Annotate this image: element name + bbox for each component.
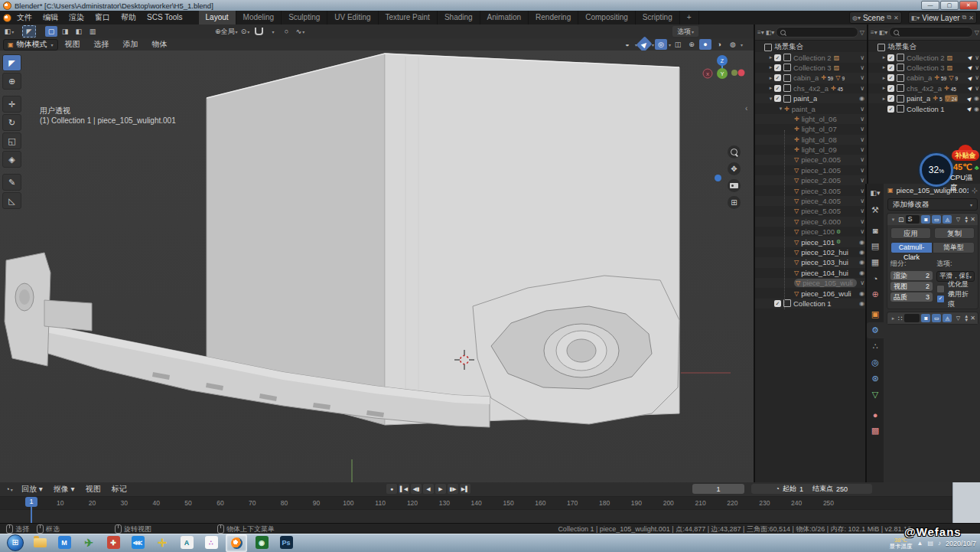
transform-tool[interactable]: ◈	[2, 151, 21, 168]
simple-button[interactable]: 简单型	[933, 242, 975, 253]
explorer[interactable]	[30, 534, 50, 550]
camera-view-button[interactable]	[728, 179, 741, 192]
expand-icon[interactable]: ▸	[881, 75, 887, 81]
outliner-row[interactable]: ▽piece_3.005∨	[755, 185, 867, 195]
particles-tab[interactable]: ∴	[867, 338, 884, 354]
constraints-tab[interactable]: ⊛	[867, 371, 884, 387]
visibility-eye-icon[interactable]: ◉	[857, 259, 864, 266]
navigation-gizmo[interactable]: Z X Y	[701, 54, 745, 84]
viewport-toggle[interactable]: ▭	[932, 314, 941, 322]
unlink-scene-icon[interactable]: ✕	[894, 15, 899, 21]
playhead-line[interactable]	[31, 507, 32, 523]
checkbox[interactable]: ✓	[774, 54, 781, 61]
expand-icon[interactable]: ▸	[881, 64, 887, 70]
outliner-row[interactable]: ✛light_ol_09∨	[755, 145, 867, 155]
editor-type-icon[interactable]: ≡▾	[757, 29, 764, 36]
show-object-types[interactable]: ◒	[621, 39, 633, 50]
outliner-row[interactable]: ✛light_ol_07∨	[755, 124, 867, 134]
cage-toggle[interactable]: ▽	[953, 314, 962, 322]
checkbox[interactable]: ✓	[887, 95, 894, 102]
delete-modifier-icon[interactable]: ✕	[970, 315, 975, 322]
timeline-menu-item[interactable]: 视图	[80, 484, 106, 495]
maxthon[interactable]: M	[54, 534, 74, 550]
editmode-toggle[interactable]: ◬	[943, 314, 952, 322]
gpu-temp-widget[interactable]: 38℃ 显卡温度	[889, 537, 912, 550]
outliner-row[interactable]: 场景集合	[755, 42, 867, 52]
hidden-chevron-icon[interactable]: ∨	[858, 116, 864, 122]
outliner-row[interactable]: ▽piece_5.005∨	[755, 206, 867, 216]
select-mode-intersect[interactable]: ▥	[86, 26, 99, 37]
cursor-tool[interactable]: ⊕	[2, 73, 21, 90]
autodesk[interactable]: A	[177, 534, 197, 550]
blender-menu-icon[interactable]	[3, 14, 11, 22]
expand-icon[interactable]: ▾	[777, 106, 784, 112]
outliner-row[interactable]: ▽piece_0.005∨	[755, 155, 867, 165]
3d-viewport[interactable]: 用户透视 (1) Collection 1 | piece_105_wuligh…	[0, 51, 754, 482]
object-data-tab[interactable]: ▽	[867, 387, 884, 403]
outliner-row[interactable]: ▸✓Collection 3▨▶∨	[868, 63, 980, 73]
prev-keyframe-button[interactable]: ◀▮	[411, 484, 422, 494]
speaker-icon[interactable]: ♪	[938, 540, 941, 547]
timeline-menu-item[interactable]: 标记	[106, 484, 132, 495]
modifier-header[interactable]: ▸ ∷ ◙ ▭ ◬ ▽ ▲▼ ✕	[887, 312, 978, 324]
workspace-tab-+[interactable]: +	[680, 11, 699, 24]
outliner-row[interactable]: ▽piece_2.005∨	[755, 175, 867, 185]
hidden-chevron-icon[interactable]: ∨	[858, 136, 864, 143]
render-toggle[interactable]: ◙	[921, 314, 930, 322]
editor-type-button[interactable]: ◧▾	[3, 26, 15, 37]
outliner-row[interactable]: ✛light_ol_06∨	[755, 114, 867, 124]
menu-item[interactable]: 帮助	[116, 11, 142, 24]
timeline-ruler[interactable]: 1020304050607080901001101201301401501601…	[0, 497, 980, 510]
expand-icon[interactable]: ▸	[767, 75, 774, 81]
record-button[interactable]: ●	[386, 484, 397, 494]
toggle-xray[interactable]: ◫	[672, 39, 684, 50]
play-reverse-button[interactable]: ◀	[423, 484, 434, 494]
workspace-tab-modeling[interactable]: Modeling	[236, 11, 282, 24]
viewport-menu-item[interactable]: 添加	[116, 39, 145, 50]
hidden-chevron-icon[interactable]: ∨	[858, 207, 864, 214]
ruler-app[interactable]: ✛	[152, 534, 172, 550]
outliner-row[interactable]: ▽piece_101⚙◉	[755, 237, 867, 247]
outliner-row[interactable]: ▸✓chs_4x2_a✛45∨	[755, 83, 867, 93]
hidden-chevron-icon[interactable]: ∨	[858, 167, 864, 174]
active-tool-icon[interactable]: ◤	[22, 25, 36, 38]
visibility-eye-icon[interactable]: ◉	[857, 300, 864, 307]
hidden-chevron-icon[interactable]: ∨	[858, 218, 864, 225]
menu-item[interactable]: 编辑	[37, 11, 63, 24]
red-app[interactable]: ✚	[103, 534, 123, 550]
xunlei[interactable]: ⋘	[128, 534, 148, 550]
editor-type-button[interactable]: ◔▾	[3, 484, 15, 495]
outliner-row[interactable]: ▽piece_106_wuli◉	[755, 288, 867, 298]
gizmo-minus-z-dot[interactable]	[715, 175, 721, 181]
checkbox[interactable]: ✓	[887, 106, 894, 113]
checkbox[interactable]: ✓	[887, 74, 894, 81]
proportional-falloff-dropdown[interactable]: ∿▾	[295, 26, 307, 37]
select-mode-subtract[interactable]: ◧	[73, 26, 85, 37]
jump-to-end-button[interactable]: ▶▌	[460, 484, 470, 494]
modifier-渲染-field[interactable]: 渲染2	[890, 271, 933, 280]
checkbox[interactable]: ✓	[774, 95, 781, 102]
modifier-视图-field[interactable]: 视图2	[890, 282, 933, 291]
outliner-row[interactable]: ▸✓cabin_a✛59▽9▶∨	[868, 73, 980, 83]
options-dropdown[interactable]: 选项▾	[672, 26, 698, 37]
hidden-chevron-icon[interactable]: ∨	[858, 64, 864, 71]
outliner-row[interactable]: ▽piece_102_hui◉	[755, 247, 867, 257]
workspace-tab-sculpting[interactable]: Sculpting	[282, 11, 327, 24]
modifier-name-field[interactable]: S	[906, 215, 920, 224]
select-box-tool[interactable]: ◤	[2, 54, 21, 71]
outliner-row[interactable]: ▽piece_4.005∨	[755, 196, 867, 206]
measure-tool[interactable]: ◺	[2, 192, 21, 209]
outliner-row[interactable]: ▽piece_100⚙∨	[755, 227, 867, 237]
output-tab[interactable]: ▤	[867, 238, 884, 254]
snap-toggle[interactable]	[253, 26, 265, 37]
gizmo-axis-dot[interactable]	[731, 70, 737, 76]
hidden-chevron-icon[interactable]: ∨	[858, 126, 864, 132]
filter-icon[interactable]: ▽	[975, 29, 979, 36]
outliner-row[interactable]: ▽piece_105_wuli∨	[755, 278, 867, 288]
properties-editor-type-button[interactable]: ◧▾	[867, 184, 884, 202]
world-tab[interactable]: ⊕	[867, 286, 884, 302]
outliner-row[interactable]: ✓Collection 1▶◉	[868, 103, 980, 113]
outliner-row[interactable]: ▸✓cabin_a✛59▽9∨	[755, 73, 867, 83]
search-input[interactable]	[889, 27, 973, 38]
viewport-toggle[interactable]: ▭	[932, 215, 941, 224]
